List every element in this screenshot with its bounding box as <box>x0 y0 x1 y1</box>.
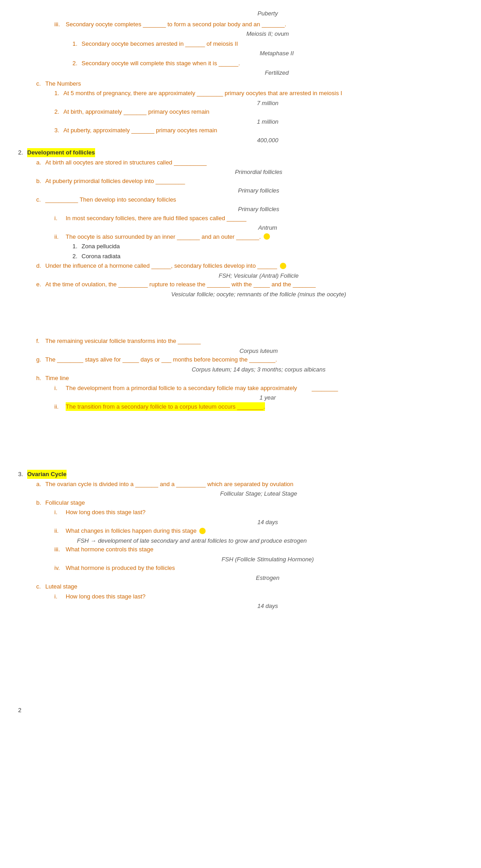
num-3-text: At puberty, approximately _______ primar… <box>63 126 217 135</box>
s2-c-answer: Primary follicles <box>54 205 463 214</box>
s2-c-ii-2-text: Corona radiata <box>82 252 120 261</box>
s2-b-answer: Primary follicles <box>54 186 463 195</box>
s2-a-answer: Primordial follicles <box>54 168 463 177</box>
s3-b-ii: ii. What changes in follicles happen dur… <box>54 526 463 535</box>
dot-icon <box>264 233 270 240</box>
s3-b-iv-answer: Estrogen <box>72 574 463 583</box>
page-content: Puberty iii. Secondary oocyte completes … <box>18 9 463 714</box>
num-3-answer: 400,000 <box>72 136 463 145</box>
item-iii-label: iii. <box>54 20 66 29</box>
item-iii-text: Secondary oocyte completes _______ to fo… <box>66 20 286 29</box>
spacer-2 <box>18 412 463 466</box>
s2-h: h. Time line <box>36 374 463 383</box>
s3-b-i-text: How long does this stage last? <box>66 508 145 517</box>
s3-c-i-label: i. <box>54 592 66 601</box>
s3-a-answer: Follicular Stage; Luteal Stage <box>54 489 463 498</box>
s2-a-label: a. <box>36 158 45 167</box>
s3-a-text: The ovarian cycle is divided into a ____… <box>45 480 293 489</box>
s2-h-i-text: The development from a primordial follic… <box>66 384 338 393</box>
s3-c-text: Luteal stage <box>45 582 77 591</box>
s2-c-ii-1: 1. Zona pellucida <box>72 242 463 251</box>
s2-d-text: Under the influence of a hormone called … <box>45 261 277 270</box>
s3-b-ii-label: ii. <box>54 526 66 535</box>
s2-a: a. At birth all oocytes are stored in st… <box>36 158 463 167</box>
s2-c-i-label: i. <box>54 214 66 223</box>
s3-b-i-answer: 14 days <box>72 518 463 527</box>
s3-b: b. Follicular stage <box>36 498 463 507</box>
s3-b-iii: iii. What hormone controls this stage <box>54 545 463 554</box>
c-numbers: c. The Numbers <box>36 79 463 88</box>
s2-d-answer: FSH; Vesicular (Antral) Follicle <box>54 271 463 280</box>
s3-c-label: c. <box>36 582 45 591</box>
s2-c-i-answer: Antrum <box>72 223 463 232</box>
s3-a-label: a. <box>36 480 45 489</box>
item-2-text: Secondary oocyte will complete this stag… <box>82 59 240 68</box>
s2-c-text: __________ Then develop into secondary f… <box>45 195 176 204</box>
s2-h-label: h. <box>36 374 45 383</box>
num-1-answer: 7 million <box>72 99 463 108</box>
section3-header: 3. Ovarian Cycle <box>18 470 463 479</box>
section2-num: 2. <box>18 148 27 157</box>
s3-c: c. Luteal stage <box>36 582 463 591</box>
num-1: 1. At 5 months of pregnancy, there are a… <box>54 89 463 98</box>
s2-g: g. The ________ stays alive for _____ da… <box>36 355 463 364</box>
s3-b-label: b. <box>36 498 45 507</box>
s2-e-label: e. <box>36 280 45 289</box>
page-number: 2 <box>18 706 463 715</box>
num-2-text: At birth, approximately _______ primary … <box>63 107 209 116</box>
c-text: The Numbers <box>45 79 81 88</box>
s2-c-ii: ii. The oocyte is also surrounded by an … <box>54 232 463 241</box>
s3-b-ii-text: What changes in follicles happen during … <box>66 526 197 535</box>
num-3: 3. At puberty, approximately _______ pri… <box>54 126 463 135</box>
s2-g-label: g. <box>36 355 45 364</box>
s2-f-answer: Corpus luteum <box>54 347 463 356</box>
s2-c-ii-2: 2. Corona radiata <box>72 252 463 261</box>
item-1-text: Secondary oocyte becomes arrested in ___… <box>82 39 238 48</box>
s2-c-ii-1-text: Zona pellucida <box>82 242 120 251</box>
c-label: c. <box>36 79 45 88</box>
s3-b-iv-label: iv. <box>54 564 66 573</box>
s2-d-label: d. <box>36 261 45 270</box>
s2-b-text: At puberty primordial follicles develop … <box>45 177 185 186</box>
s2-f-label: f. <box>36 337 45 346</box>
s2-b-label: b. <box>36 177 45 186</box>
item-1-answer: Metaphase II <box>91 49 463 58</box>
s2-h-text: Time line <box>45 374 69 383</box>
num-1-text: At 5 months of pregnancy, there are appr… <box>63 89 342 98</box>
s2-c-ii-text: The oocyte is also surrounded by an inne… <box>66 232 261 241</box>
s3-b-iii-label: iii. <box>54 545 66 554</box>
puberty-header: Puberty <box>72 9 463 18</box>
s3-b-text: Follicular stage <box>45 498 85 507</box>
s2-g-answer: Corpus luteum; 14 days; 3 months; corpus… <box>54 365 463 374</box>
section2-header: 2. Development of follicles <box>18 148 463 157</box>
s3-b-iii-text: What hormone controls this stage <box>66 545 154 554</box>
puberty-label: Puberty <box>258 10 278 17</box>
s2-e-text: At the time of ovulation, the _________ … <box>45 280 316 289</box>
s2-c-label: c. <box>36 195 45 204</box>
s2-c-ii-label: ii. <box>54 232 66 241</box>
s2-c-i: i. In most secondary follicles, there ar… <box>54 214 463 223</box>
item-2-answer: Fertilized <box>91 68 463 77</box>
item-2-label: 2. <box>72 59 82 68</box>
item-1-label: 1. <box>72 39 82 48</box>
spacer-1 <box>18 300 463 337</box>
s2-a-text: At birth all oocytes are stored in struc… <box>45 158 207 167</box>
s2-b: b. At puberty primordial follicles devel… <box>36 177 463 186</box>
s2-c: c. __________ Then develop into secondar… <box>36 195 463 204</box>
s3-b-iv: iv. What hormone is produced by the foll… <box>54 564 463 573</box>
s3-c-i: i. How long does this stage last? <box>54 592 463 601</box>
s3-a: a. The ovarian cycle is divided into a _… <box>36 480 463 489</box>
num-1-label: 1. <box>54 89 63 98</box>
s2-h-ii-label: ii. <box>54 402 66 411</box>
item-iii-answer: Meiosis II; ovum <box>72 29 463 39</box>
s2-g-text: The ________ stays alive for _____ days … <box>45 355 277 364</box>
section3-num: 3. <box>18 470 27 479</box>
num-2-label: 2. <box>54 107 63 116</box>
section3-title: Ovarian Cycle <box>27 470 67 479</box>
s3-b-iii-answer: FSH (Follicle Stimulating Hormone) <box>72 555 463 564</box>
num-3-label: 3. <box>54 126 63 135</box>
s2-h-i-answer: 1 year <box>72 393 463 402</box>
item-iii: iii. Secondary oocyte completes _______ … <box>54 20 463 29</box>
s2-e: e. At the time of ovulation, the _______… <box>36 280 463 289</box>
s2-d: d. Under the influence of a hormone call… <box>36 261 463 270</box>
